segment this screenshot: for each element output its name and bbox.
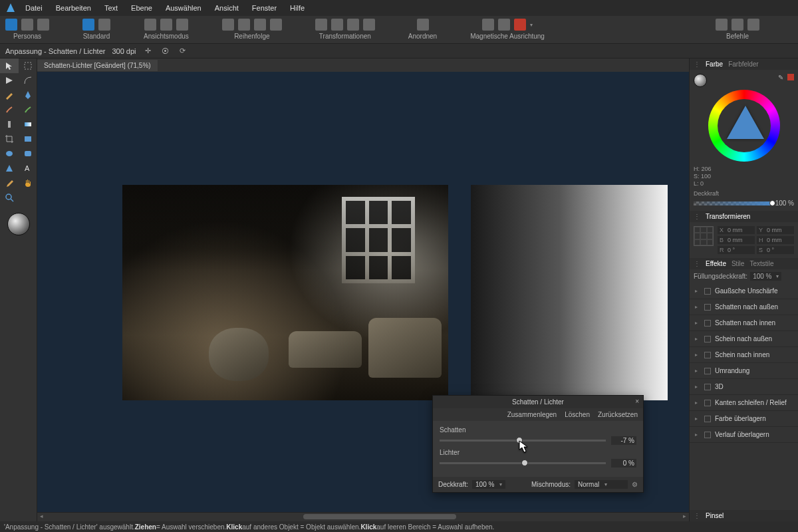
dialog-titlebar[interactable]: Schatten / Lichter ×: [433, 396, 643, 408]
target-icon[interactable]: ✛: [143, 46, 154, 57]
cmd2-icon[interactable]: [732, 19, 743, 31]
fx-bevel[interactable]: ▸Kanten schleifen / Relief: [690, 395, 798, 411]
snap-guides-icon[interactable]: [498, 19, 510, 31]
menu-help[interactable]: Hilfe: [283, 1, 311, 15]
cmd1-icon[interactable]: [716, 19, 728, 31]
fill-tool[interactable]: [0, 117, 19, 132]
tab-brush[interactable]: Pinsel: [706, 512, 724, 519]
move-backward-icon[interactable]: [238, 19, 250, 31]
outline-view-icon[interactable]: [176, 19, 188, 31]
fx-outer-shadow[interactable]: ▸Schatten nach außen: [690, 299, 798, 315]
gradient-tool[interactable]: [19, 117, 37, 132]
fx-3d[interactable]: ▸3D: [690, 379, 798, 395]
flip-v-icon[interactable]: [331, 19, 343, 31]
refresh-icon[interactable]: ⟳: [178, 46, 188, 57]
panel-menu-icon[interactable]: ⋮: [694, 61, 700, 68]
y-field[interactable]: Y0 mm: [757, 226, 794, 234]
x-field[interactable]: X0 mm: [718, 226, 755, 234]
shadows-value[interactable]: -7 %: [611, 436, 636, 445]
shadows-slider[interactable]: [440, 440, 606, 442]
pencil-tool[interactable]: [0, 88, 19, 102]
blendmode-dropdown[interactable]: Normal: [575, 480, 628, 489]
h-field[interactable]: H0 mm: [757, 236, 794, 244]
eyedropper-tool[interactable]: [0, 176, 19, 190]
align-icon[interactable]: [417, 19, 429, 31]
rounded-rect-tool[interactable]: [19, 146, 37, 161]
menu-text[interactable]: Text: [98, 1, 124, 15]
foreground-color-swatch[interactable]: [7, 213, 30, 235]
menu-layer[interactable]: Ebene: [124, 1, 159, 15]
merge-button[interactable]: Zusammenlegen: [507, 411, 557, 418]
eyedropper-icon[interactable]: ✎: [778, 74, 783, 87]
scroll-left-icon[interactable]: ◂: [40, 513, 43, 519]
scrollbar-thumb[interactable]: [303, 514, 456, 519]
r-field[interactable]: R0 °: [718, 246, 755, 254]
opacity-dropdown[interactable]: 100 %: [472, 480, 505, 489]
reset-button[interactable]: Zurücksetzen: [598, 411, 638, 418]
tab-effects[interactable]: Effekte: [706, 260, 726, 267]
ellipse-tool[interactable]: [0, 146, 19, 161]
shape-tool[interactable]: [0, 161, 19, 176]
menu-edit[interactable]: Bearbeiten: [49, 1, 98, 15]
snap-magnet-icon[interactable]: [514, 19, 526, 31]
fill-opacity-dropdown[interactable]: 100 %▾: [750, 272, 781, 281]
retina-view-icon[interactable]: [160, 19, 172, 31]
color-swatch-primary[interactable]: [694, 74, 707, 87]
fx-gaussian-blur[interactable]: ▸Gaußsche Unschärfe: [690, 283, 798, 299]
chevron-down-icon[interactable]: ▾: [530, 22, 533, 28]
text-tool[interactable]: A: [19, 161, 37, 176]
snap-grid-icon[interactable]: [482, 19, 494, 31]
persona-export-icon[interactable]: [37, 19, 49, 31]
menu-view[interactable]: Ansicht: [208, 1, 245, 15]
flip-h-icon[interactable]: [315, 19, 327, 31]
fx-inner-glow[interactable]: ▸Schein nach innen: [690, 347, 798, 363]
rotate-ccw-icon[interactable]: [347, 19, 359, 31]
menu-file[interactable]: Datei: [19, 1, 49, 15]
color-wheel[interactable]: [708, 90, 780, 162]
persona-photo-icon[interactable]: [5, 19, 17, 31]
panel-menu-icon[interactable]: ⋮: [694, 512, 700, 519]
cmd3-icon[interactable]: [747, 19, 759, 31]
persona-liquify-icon[interactable]: [21, 19, 33, 31]
crop-tool[interactable]: [0, 132, 19, 146]
tab-transform[interactable]: Transformieren: [706, 213, 750, 220]
tab-color[interactable]: Farbe: [706, 61, 723, 68]
scroll-right-icon[interactable]: ▸: [683, 513, 686, 519]
rect-tool[interactable]: [19, 132, 37, 146]
menu-window[interactable]: Fenster: [245, 1, 283, 15]
move-tool[interactable]: [0, 59, 19, 73]
separated-view-icon[interactable]: [98, 19, 110, 31]
fx-outline[interactable]: ▸Umrandung: [690, 363, 798, 379]
pixel-view-icon[interactable]: [144, 19, 156, 31]
anchor-selector[interactable]: [694, 226, 714, 246]
vector-brush-tool[interactable]: [19, 102, 37, 117]
fx-inner-shadow[interactable]: ▸Schatten nach innen: [690, 315, 798, 331]
hand-tool[interactable]: [19, 176, 37, 190]
lock-icon[interactable]: ⦿: [160, 46, 171, 57]
tab-swatches[interactable]: Farbfelder: [728, 61, 759, 68]
gear-icon[interactable]: ⚙: [632, 481, 638, 488]
close-icon[interactable]: ×: [635, 398, 639, 405]
move-back-icon[interactable]: [222, 19, 234, 31]
brush-tool[interactable]: [0, 102, 19, 117]
move-forward-icon[interactable]: [254, 19, 266, 31]
horizontal-scrollbar[interactable]: ◂ ▸: [37, 512, 689, 521]
fx-gradient-overlay[interactable]: ▸Verlauf überlagern: [690, 427, 798, 443]
default-view-icon[interactable]: [82, 19, 94, 31]
w-field[interactable]: B0 mm: [718, 236, 755, 244]
fx-color-overlay[interactable]: ▸Farbe überlagern: [690, 411, 798, 427]
tab-textstyles[interactable]: Textstile: [749, 260, 773, 267]
panel-menu-icon[interactable]: ⋮: [694, 213, 700, 220]
highlights-slider[interactable]: [440, 462, 606, 464]
menu-select[interactable]: Auswählen: [159, 1, 208, 15]
corner-tool[interactable]: [19, 73, 37, 88]
tab-styles[interactable]: Stile: [732, 260, 744, 267]
close-icon[interactable]: ×: [716, 62, 720, 69]
color-chip[interactable]: [787, 74, 794, 80]
opacity-slider[interactable]: [694, 201, 773, 205]
node-tool[interactable]: [0, 73, 19, 88]
panel-menu-icon[interactable]: ⋮: [694, 260, 700, 267]
fx-outer-glow[interactable]: ▸Schein nach außen: [690, 331, 798, 347]
zoom-tool[interactable]: [0, 190, 19, 205]
rotate-cw-icon[interactable]: [363, 19, 375, 31]
